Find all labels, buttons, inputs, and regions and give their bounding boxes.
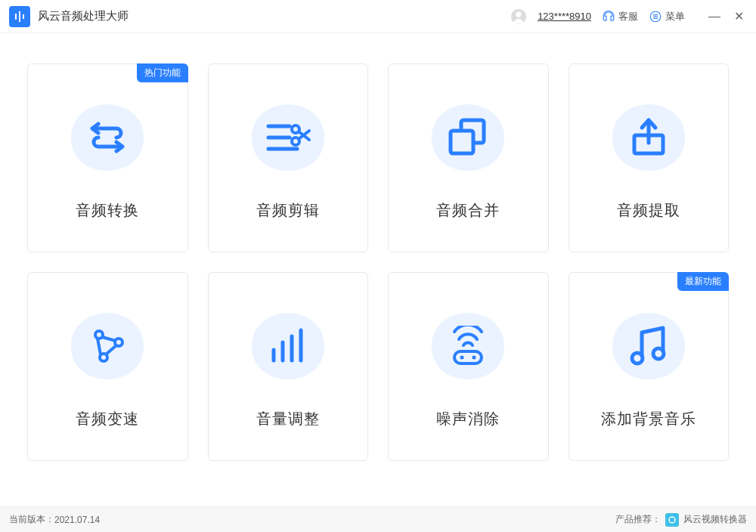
service-label: 客服	[618, 10, 638, 23]
minimize-button[interactable]: —	[706, 8, 723, 25]
svg-point-31	[460, 355, 464, 359]
card-label: 音频提取	[617, 200, 680, 221]
feature-card-bgm[interactable]: 最新功能添加背景音乐	[569, 272, 730, 461]
svg-line-24	[106, 345, 116, 354]
merge-icon	[426, 96, 510, 179]
bgm-icon	[607, 305, 690, 388]
speed-icon	[66, 305, 149, 388]
app-logo-icon	[9, 6, 30, 27]
feature-card-convert[interactable]: 热门功能音频转换	[27, 63, 188, 252]
feature-grid: 热门功能音频转换音频剪辑音频合并音频提取音频变速音量调整噪声消除最新功能添加背景…	[0, 33, 756, 476]
card-label: 音频合并	[436, 200, 500, 221]
svg-point-34	[653, 348, 664, 359]
svg-rect-30	[454, 351, 482, 363]
feature-card-cut[interactable]: 音频剪辑	[208, 63, 369, 252]
volume-icon	[246, 305, 330, 388]
user-id-link[interactable]: 123****8910	[538, 11, 591, 22]
svg-line-23	[102, 337, 116, 341]
recommend-logo-icon	[665, 513, 679, 527]
recommend-product[interactable]: 风云视频转换器	[683, 513, 747, 526]
extract-icon	[607, 96, 690, 179]
version-value: 2021.07.14	[54, 515, 100, 525]
title-bar: 风云音频处理大师 123****8910 客服 菜单 — ✕	[0, 0, 756, 33]
card-label: 音频变速	[76, 409, 139, 429]
svg-point-32	[472, 355, 476, 359]
hot-badge: 热门功能	[137, 63, 188, 82]
card-label: 添加背景音乐	[601, 409, 696, 429]
menu-icon	[649, 10, 662, 23]
app-title: 风云音频处理大师	[38, 9, 129, 23]
feature-card-extract[interactable]: 音频提取	[569, 63, 730, 252]
convert-icon	[66, 96, 149, 179]
recommend-prefix: 产品推荐：	[615, 513, 661, 526]
menu-label: 菜单	[665, 10, 685, 23]
cut-icon	[246, 96, 330, 179]
menu-button[interactable]: 菜单	[649, 10, 685, 23]
service-button[interactable]: 客服	[602, 10, 638, 23]
card-label: 音频剪辑	[256, 200, 320, 221]
feature-card-speed[interactable]: 音频变速	[27, 272, 188, 461]
card-label: 噪声消除	[436, 409, 500, 429]
svg-point-20	[95, 331, 103, 339]
svg-rect-1	[19, 11, 20, 22]
card-label: 音量调整	[256, 409, 320, 429]
svg-point-35	[669, 517, 675, 523]
feature-card-volume[interactable]: 音量调整	[208, 272, 369, 461]
avatar-icon	[510, 8, 527, 25]
svg-line-25	[98, 339, 101, 354]
svg-point-33	[632, 353, 643, 363]
close-button[interactable]: ✕	[730, 8, 747, 25]
new-badge: 最新功能	[677, 272, 729, 291]
svg-rect-17	[451, 131, 473, 153]
card-label: 音频转换	[76, 200, 139, 221]
svg-rect-2	[23, 14, 24, 19]
status-bar: 当前版本： 2021.07.14 产品推荐： 风云视频转换器	[0, 506, 756, 532]
feature-card-noise[interactable]: 噪声消除	[388, 272, 549, 461]
noise-icon	[426, 305, 510, 388]
version-prefix: 当前版本：	[9, 513, 54, 526]
svg-rect-0	[15, 14, 17, 20]
headset-icon	[602, 10, 615, 23]
svg-point-4	[516, 11, 521, 17]
feature-card-merge[interactable]: 音频合并	[388, 63, 549, 252]
